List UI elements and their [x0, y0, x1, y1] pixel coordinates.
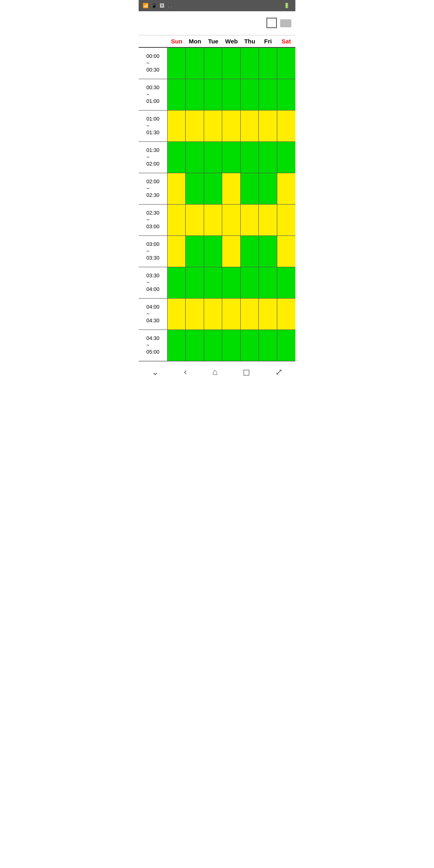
sched-cell-3-0[interactable]: [168, 142, 186, 173]
sched-cell-5-3[interactable]: [222, 205, 240, 235]
sched-cell-3-5[interactable]: [259, 142, 277, 173]
sched-cell-8-2[interactable]: [204, 299, 222, 330]
status-icons: 📶 📱 🖼 🎧: [143, 3, 173, 8]
back-icon[interactable]: ‹: [184, 367, 187, 377]
sched-cell-3-6[interactable]: [277, 142, 295, 173]
sched-cell-4-0[interactable]: [168, 173, 186, 204]
sched-cell-5-5[interactable]: [259, 205, 277, 235]
sched-cell-3-4[interactable]: [241, 142, 259, 173]
sched-cell-7-6[interactable]: [277, 267, 295, 298]
sched-cell-1-3[interactable]: [222, 79, 240, 110]
sched-cell-9-0[interactable]: [168, 330, 186, 361]
schedule-row-5: 02:30~03:00: [139, 205, 295, 236]
sched-cell-3-2[interactable]: [204, 142, 222, 173]
sched-cell-0-0[interactable]: [168, 48, 186, 79]
sched-cell-9-6[interactable]: [277, 330, 295, 361]
sched-cell-1-5[interactable]: [259, 79, 277, 110]
sched-cell-5-1[interactable]: [186, 205, 204, 235]
sched-cell-7-1[interactable]: [186, 267, 204, 298]
sched-cell-2-2[interactable]: [204, 111, 222, 141]
sched-cell-7-4[interactable]: [241, 267, 259, 298]
sched-cell-5-2[interactable]: [204, 205, 222, 235]
sim-icon: 📱: [151, 3, 157, 8]
sched-cell-8-0[interactable]: [168, 299, 186, 330]
sched-cell-4-3[interactable]: [222, 173, 240, 204]
sched-cell-4-4[interactable]: [241, 173, 259, 204]
sched-cell-9-4[interactable]: [241, 330, 259, 361]
sched-cell-8-3[interactable]: [222, 299, 240, 330]
sched-cell-7-3[interactable]: [222, 267, 240, 298]
day-header-web: Web: [222, 35, 240, 47]
sched-cell-2-1[interactable]: [186, 111, 204, 141]
sched-cell-5-0[interactable]: [168, 205, 186, 235]
time-label-7: 03:30~04:00: [139, 267, 168, 298]
expand-icon[interactable]: ⤢: [275, 367, 283, 377]
sched-cell-4-6[interactable]: [277, 173, 295, 204]
sched-cell-7-5[interactable]: [259, 267, 277, 298]
sched-cell-8-5[interactable]: [259, 299, 277, 330]
time-label-1: 00:30~01:00: [139, 79, 168, 110]
down-icon[interactable]: ⌄: [151, 367, 159, 377]
sched-cell-0-1[interactable]: [186, 48, 204, 79]
schedule-row-7: 03:30~04:00: [139, 267, 295, 299]
sched-cell-1-6[interactable]: [277, 79, 295, 110]
sched-cell-4-5[interactable]: [259, 173, 277, 204]
sched-cell-0-5[interactable]: [259, 48, 277, 79]
sched-cell-1-1[interactable]: [186, 79, 204, 110]
sched-cell-4-2[interactable]: [204, 173, 222, 204]
header: [139, 11, 295, 35]
select-all-checkbox[interactable]: [266, 18, 277, 28]
schedule-row-0: 00:00~00:30: [139, 48, 295, 79]
sched-cell-6-4[interactable]: [241, 236, 259, 267]
sched-cell-8-1[interactable]: [186, 299, 204, 330]
home-icon[interactable]: ⌂: [212, 367, 217, 377]
sched-cell-0-6[interactable]: [277, 48, 295, 79]
update-button[interactable]: [280, 19, 291, 27]
time-label-4: 02:00~02:30: [139, 173, 168, 204]
sched-cell-8-4[interactable]: [241, 299, 259, 330]
image-icon: 🖼: [160, 3, 164, 8]
sched-cell-8-6[interactable]: [277, 299, 295, 330]
day-header-sun: Sun: [168, 35, 186, 47]
select-all-button[interactable]: [266, 18, 277, 29]
sched-cell-6-0[interactable]: [168, 236, 186, 267]
sched-cell-9-2[interactable]: [204, 330, 222, 361]
recent-icon[interactable]: ◻: [243, 367, 250, 377]
sched-cell-6-2[interactable]: [204, 236, 222, 267]
sched-cell-7-2[interactable]: [204, 267, 222, 298]
time-label-2: 01:00~01:30: [139, 111, 168, 141]
sched-cell-1-0[interactable]: [168, 79, 186, 110]
schedule-row-4: 02:00~02:30: [139, 173, 295, 205]
sched-cell-7-0[interactable]: [168, 267, 186, 298]
sched-cell-2-6[interactable]: [277, 111, 295, 141]
sched-cell-9-5[interactable]: [259, 330, 277, 361]
sched-cell-0-2[interactable]: [204, 48, 222, 79]
schedule-row-9: 04:30~05:00: [139, 330, 295, 361]
sched-cell-2-4[interactable]: [241, 111, 259, 141]
sched-cell-3-3[interactable]: [222, 142, 240, 173]
sched-cell-0-3[interactable]: [222, 48, 240, 79]
day-header-row: SunMonTueWebThuFriSat: [139, 35, 295, 48]
sched-cell-5-4[interactable]: [241, 205, 259, 235]
sched-cell-6-3[interactable]: [222, 236, 240, 267]
sched-cell-5-6[interactable]: [277, 205, 295, 235]
sched-cell-4-1[interactable]: [186, 173, 204, 204]
sched-cell-3-1[interactable]: [186, 142, 204, 173]
sched-cell-6-5[interactable]: [259, 236, 277, 267]
schedule-row-6: 03:00~03:30: [139, 236, 295, 267]
sched-cell-0-4[interactable]: [241, 48, 259, 79]
schedule-row-1: 00:30~01:00: [139, 79, 295, 111]
sched-cell-2-0[interactable]: [168, 111, 186, 141]
time-label-0: 00:00~00:30: [139, 48, 168, 79]
sched-cell-1-2[interactable]: [204, 79, 222, 110]
sched-cell-1-4[interactable]: [241, 79, 259, 110]
sched-cell-9-3[interactable]: [222, 330, 240, 361]
sched-cell-2-3[interactable]: [222, 111, 240, 141]
schedule-row-3: 01:30~02:00: [139, 142, 295, 173]
sched-cell-2-5[interactable]: [259, 111, 277, 141]
sched-cell-6-6[interactable]: [277, 236, 295, 267]
status-bar: 📶 📱 🖼 🎧 🔋: [139, 0, 295, 11]
sched-cell-9-1[interactable]: [186, 330, 204, 361]
time-label-8: 04:00~04:30: [139, 299, 168, 330]
sched-cell-6-1[interactable]: [186, 236, 204, 267]
